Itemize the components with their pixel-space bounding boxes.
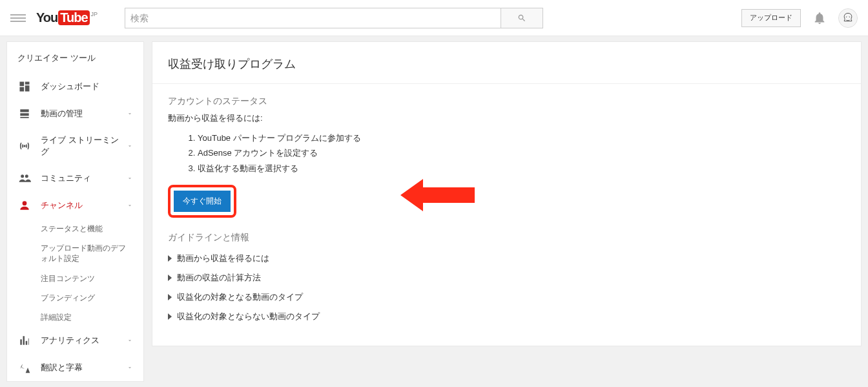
community-icon [17,172,32,185]
guidelines-heading: ガイドラインと情報 [168,232,845,244]
triangle-right-icon [168,313,172,320]
video-manager-icon [17,107,32,120]
hamburger-menu-button[interactable] [10,10,26,26]
guideline-item[interactable]: 動画の収益の計算方法 [168,268,845,288]
sidebar-item-label: コミュニティ [41,173,91,184]
guideline-item[interactable]: 動画から収益を得るには [168,249,845,268]
top-header: You Tube JP アップロード [0,0,868,36]
chevron-down-icon [127,143,133,149]
sidebar-item-dashboard[interactable]: ダッシュボード [7,73,143,100]
sidebar-subitem-status-features[interactable]: ステータスと機能 [7,219,143,238]
chevron-down-icon [127,364,133,371]
triangle-right-icon [168,255,172,262]
sidebar-item-label: チャンネル [41,200,83,211]
sidebar-item-channel[interactable]: チャンネル [7,192,143,219]
triangle-right-icon [168,294,172,300]
logo-tube-text: Tube [58,10,89,25]
sidebar: クリエイター ツール ダッシュボード 動画の管理 ライブ ストリーミング コミュ… [6,41,144,382]
steps-list: YouTube パートナー プログラムに参加する AdSense アカウントを設… [168,131,845,176]
svg-point-1 [23,145,25,147]
avatar-button[interactable] [838,8,858,28]
chevron-down-icon [127,202,133,209]
guideline-item[interactable]: 収益化の対象とならない動画のタイプ [168,307,845,326]
svg-point-0 [839,9,857,27]
sidebar-item-label: アナリティクス [41,335,99,346]
channel-icon [17,199,32,212]
sidebar-item-label: 動画の管理 [41,108,83,120]
sidebar-subitem-advanced[interactable]: 詳細設定 [7,308,143,327]
svg-point-2 [23,201,27,205]
step-item: AdSense アカウントを設定する [198,145,845,160]
chevron-down-icon [127,110,133,117]
page-title: 収益受け取りプログラム [152,42,861,84]
chevron-down-icon [127,175,133,182]
translate-icon [17,361,32,374]
guideline-item[interactable]: 収益化の対象となる動画のタイプ [168,288,845,307]
step-item: 収益化する動画を選択する [198,161,845,176]
sidebar-item-label: ダッシュボード [41,81,99,92]
live-streaming-icon [17,140,32,152]
sidebar-item-label: ライブ ストリーミング [41,134,127,158]
step-item: YouTube パートナー プログラムに参加する [198,131,845,145]
sidebar-subitem-branding[interactable]: ブランディング [7,288,143,308]
avatar-icon [839,8,857,28]
annotation-arrow-icon [400,176,478,214]
sidebar-item-label: 翻訳と字幕 [41,362,83,373]
account-status-heading: アカウントのステータス [168,96,845,107]
sidebar-subitem-featured-content[interactable]: 注目コンテンツ [7,269,143,288]
notifications-bell-icon[interactable] [812,11,827,25]
sidebar-subitem-upload-defaults[interactable]: アップロード動画のデフォルト設定 [7,238,143,268]
sidebar-item-translations[interactable]: 翻訳と字幕 [7,354,143,381]
sidebar-title: クリエイター ツール [7,42,143,73]
chevron-down-icon [127,337,133,344]
sidebar-item-live-streaming[interactable]: ライブ ストリーミング [7,127,143,165]
triangle-right-icon [168,275,172,281]
main-content: 収益受け取りプログラム アカウントのステータス 動画から収益を得るには: You… [152,41,862,346]
search-button[interactable] [501,8,543,28]
search-icon [517,14,526,23]
analytics-icon [17,334,32,347]
sidebar-item-community[interactable]: コミュニティ [7,165,143,192]
search-input[interactable] [125,8,501,28]
search-bar [125,8,543,28]
cta-highlight-box: 今すぐ開始 [168,185,236,218]
youtube-logo[interactable]: You Tube JP [36,10,98,25]
start-now-button[interactable]: 今すぐ開始 [174,191,231,212]
dashboard-icon [17,80,32,93]
sidebar-item-video-manager[interactable]: 動画の管理 [7,100,143,127]
logo-region-code: JP [91,11,98,17]
intro-text: 動画から収益を得るには: [168,112,845,124]
sidebar-item-analytics[interactable]: アナリティクス [7,327,143,354]
guidelines-list: 動画から収益を得るには 動画の収益の計算方法 収益化の対象となる動画のタイプ 収… [168,249,845,326]
upload-button[interactable]: アップロード [741,9,801,27]
logo-you-text: You [36,10,57,25]
